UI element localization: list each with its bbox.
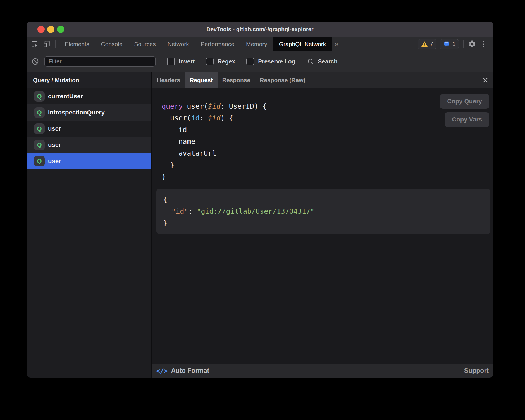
list-item-user[interactable]: Quser [27, 121, 151, 137]
tab-elements[interactable]: Elements [59, 37, 95, 51]
query-list: QcurrentUserQIntrospectionQueryQuserQuse… [27, 88, 151, 378]
code-token: } [162, 173, 166, 181]
filter-toolbar: InvertRegexPreserve Log Search [27, 51, 493, 72]
copy-query-button[interactable]: Copy Query [440, 94, 489, 109]
message-count: 1 [452, 41, 455, 47]
message-bubble-icon [443, 40, 450, 47]
code-token: { [163, 195, 167, 204]
detail-panel: HeadersRequestResponseResponse (Raw) que… [152, 72, 493, 378]
code-token: id [191, 114, 199, 122]
code-line: "id": "gid://gitlab/User/13704317" [163, 206, 484, 217]
support-link[interactable]: Support [464, 367, 489, 374]
gear-icon[interactable] [468, 40, 476, 48]
device-toolbar-icon[interactable] [43, 40, 51, 48]
filter-options: InvertRegexPreserve Log [167, 58, 295, 65]
tab-performance[interactable]: Performance [195, 37, 240, 51]
list-item-user[interactable]: Quser [27, 153, 151, 169]
tab-graphql-network[interactable]: GraphQL Network [273, 37, 332, 51]
code-format-icon: </> [156, 367, 168, 374]
code-token: ) { [221, 114, 233, 122]
code-token: : [199, 114, 208, 122]
detail-tab-response-raw[interactable]: Response (Raw) [255, 72, 310, 88]
code-token [163, 207, 171, 215]
tab-memory[interactable]: Memory [240, 37, 273, 51]
detail-tab-headers[interactable]: Headers [152, 72, 185, 88]
code-token: "gid://gitlab/User/13704317" [197, 207, 314, 215]
auto-format-toggle[interactable]: </> Auto Format [156, 367, 209, 374]
checkbox-box[interactable] [246, 58, 254, 65]
code-token: } [163, 219, 167, 227]
window-title: DevTools - gitlab.com/-/graphql-explorer [27, 26, 493, 33]
code-line: } [163, 217, 484, 229]
warning-icon [421, 41, 428, 47]
tab-console[interactable]: Console [95, 37, 128, 51]
main-area: Query / Mutation QcurrentUserQIntrospect… [27, 72, 493, 378]
list-item-label: IntrospectionQuery [48, 109, 105, 116]
list-item-label: user [48, 125, 61, 132]
close-icon[interactable] [482, 77, 489, 83]
maximize-window-button[interactable] [57, 26, 64, 33]
filter-input[interactable] [44, 56, 156, 67]
code-line: } [162, 171, 493, 183]
checkbox-regex[interactable]: Regex [206, 58, 235, 65]
checkbox-preserve-log[interactable]: Preserve Log [246, 58, 295, 65]
tab-sources[interactable]: Sources [128, 37, 162, 51]
minimize-window-button[interactable] [47, 26, 54, 33]
checkbox-label: Preserve Log [258, 58, 295, 65]
list-item-label: currentUser [48, 93, 83, 100]
checkbox-label: Invert [179, 58, 195, 65]
code-token: : [188, 207, 197, 215]
checkbox-box[interactable] [167, 58, 175, 65]
code-token: name [162, 137, 195, 145]
query-list-panel: Query / Mutation QcurrentUserQIntrospect… [27, 72, 152, 378]
kebab-menu-icon[interactable] [480, 40, 487, 48]
code-line: { [163, 194, 484, 206]
search-toggle[interactable]: Search [307, 58, 337, 65]
detail-tab-response[interactable]: Response [218, 72, 255, 88]
query-type-badge: Q [34, 91, 45, 102]
copy-vars-button[interactable]: Copy Vars [445, 112, 489, 127]
more-tabs-icon[interactable]: » [332, 37, 341, 51]
checkbox-box[interactable] [206, 58, 214, 65]
statusbar: </> Auto Format Support [152, 364, 493, 378]
query-variables-box: { "id": "gid://gitlab/User/13704317"} [156, 189, 490, 234]
devtools-tabs: ElementsConsoleSourcesNetworkPerformance… [59, 37, 332, 51]
devtools-tabbar: ElementsConsoleSourcesNetworkPerformance… [27, 37, 493, 51]
toolbar-divider [55, 40, 56, 48]
devtools-window: DevTools - gitlab.com/-/graphql-explorer… [27, 22, 493, 378]
code-token: "id" [171, 207, 188, 215]
code-token: $id [208, 102, 221, 110]
query-list-header: Query / Mutation [27, 72, 151, 88]
tab-network[interactable]: Network [162, 37, 195, 51]
close-window-button[interactable] [37, 26, 45, 33]
code-token: id [162, 126, 187, 134]
issues-badge[interactable]: 1 [440, 39, 459, 49]
warning-count: 7 [430, 41, 433, 47]
code-token: $id [208, 114, 221, 122]
query-type-badge: Q [34, 107, 45, 118]
code-line: } [162, 159, 493, 171]
checkbox-invert[interactable]: Invert [167, 58, 195, 65]
list-item-introspectionquery[interactable]: QIntrospectionQuery [27, 104, 151, 121]
code-token: avatarUrl [162, 149, 216, 157]
detail-tab-request[interactable]: Request [185, 72, 218, 88]
warnings-badge[interactable]: 7 [418, 39, 436, 49]
traffic-lights [37, 26, 64, 33]
code-token: } [162, 161, 174, 169]
query-type-badge: Q [34, 123, 45, 134]
inspect-element-icon[interactable] [31, 40, 38, 48]
detail-tabbar: HeadersRequestResponseResponse (Raw) [152, 72, 493, 88]
query-type-badge: Q [34, 140, 45, 150]
search-icon [307, 58, 314, 65]
request-view: query user($id: UserID) { user(id: $id) … [152, 88, 493, 364]
code-line: name [162, 136, 493, 147]
code-token: user( [183, 102, 208, 110]
toolbar-divider [463, 40, 464, 48]
clear-icon[interactable] [31, 58, 39, 65]
code-token: query [162, 102, 183, 110]
list-item-label: user [48, 157, 61, 165]
auto-format-label: Auto Format [171, 367, 209, 374]
search-label: Search [318, 58, 337, 65]
list-item-user[interactable]: Quser [27, 137, 151, 153]
list-item-currentuser[interactable]: QcurrentUser [27, 88, 151, 104]
